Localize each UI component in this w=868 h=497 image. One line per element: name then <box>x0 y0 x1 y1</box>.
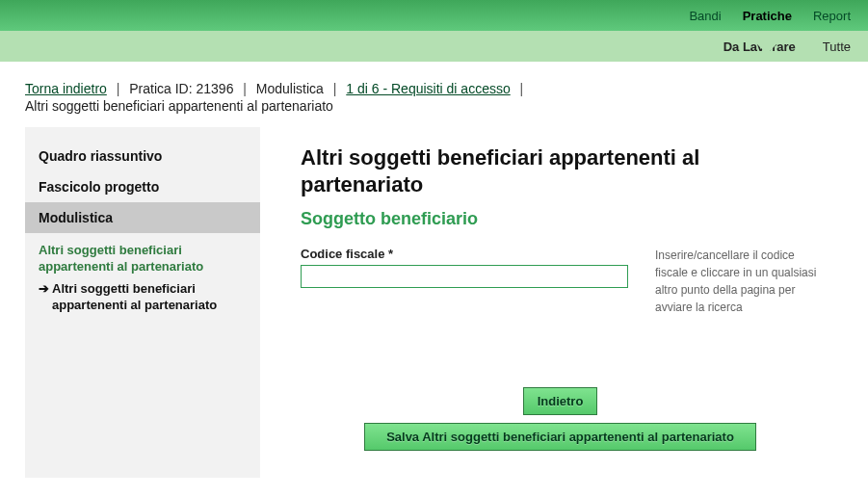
sidebar-subitem-label: Altri soggetti beneficiari appartenenti … <box>52 281 217 312</box>
main-panel: Altri soggetti beneficiari appartenenti … <box>277 127 843 478</box>
breadcrumb-step-link[interactable]: 1 di 6 - Requisiti di accesso <box>346 81 510 96</box>
sidebar-tab-fascicolo[interactable]: Fascicolo progetto <box>25 171 260 202</box>
breadcrumb-subtitle: Altri soggetti beneficiari appartenenti … <box>25 98 843 114</box>
sidebar-section-title: Altri soggetti beneficiari appartenenti … <box>25 233 260 275</box>
nav-report[interactable]: Report <box>813 9 851 23</box>
subnav-tutte[interactable]: Tutte <box>823 39 851 54</box>
save-button[interactable]: Salva Altri soggetti beneficiari apparte… <box>364 423 756 451</box>
separator: | <box>520 81 524 96</box>
nav-pratiche[interactable]: Pratiche <box>743 9 792 23</box>
field-hint: Inserire/cancellare il codice fiscale e … <box>628 247 820 316</box>
codice-fiscale-label: Codice fiscale * <box>301 247 628 261</box>
breadcrumb-back-link[interactable]: Torna indietro <box>25 81 107 96</box>
section-title: Soggetto beneficiario <box>301 209 820 229</box>
breadcrumb: Torna indietro | Pratica ID: 21396 | Mod… <box>25 81 843 96</box>
nav-bandi[interactable]: Bandi <box>689 9 721 23</box>
sub-nav: Da Lavorare Tutte <box>0 31 868 62</box>
sidebar-subitem[interactable]: ➔ Altri soggetti beneficiari appartenent… <box>25 275 260 314</box>
codice-fiscale-input[interactable] <box>301 265 628 288</box>
back-button[interactable]: Indietro <box>523 387 598 415</box>
separator: | <box>333 81 337 96</box>
breadcrumb-modulistica: Modulistica <box>256 81 324 96</box>
breadcrumb-pratica: Pratica ID: 21396 <box>129 81 233 96</box>
sidebar-tab-quadro[interactable]: Quadro riassuntivo <box>25 141 260 171</box>
sidebar: Quadro riassuntivo Fascicolo progetto Mo… <box>25 127 260 478</box>
top-nav: Bandi Pratiche Report <box>0 0 868 31</box>
arrow-right-icon: ➔ <box>39 281 49 298</box>
separator: | <box>117 81 120 96</box>
separator: | <box>243 81 247 96</box>
page-title: Altri soggetti beneficiari appartenenti … <box>301 144 820 197</box>
sidebar-tab-modulistica[interactable]: Modulistica <box>25 202 260 233</box>
